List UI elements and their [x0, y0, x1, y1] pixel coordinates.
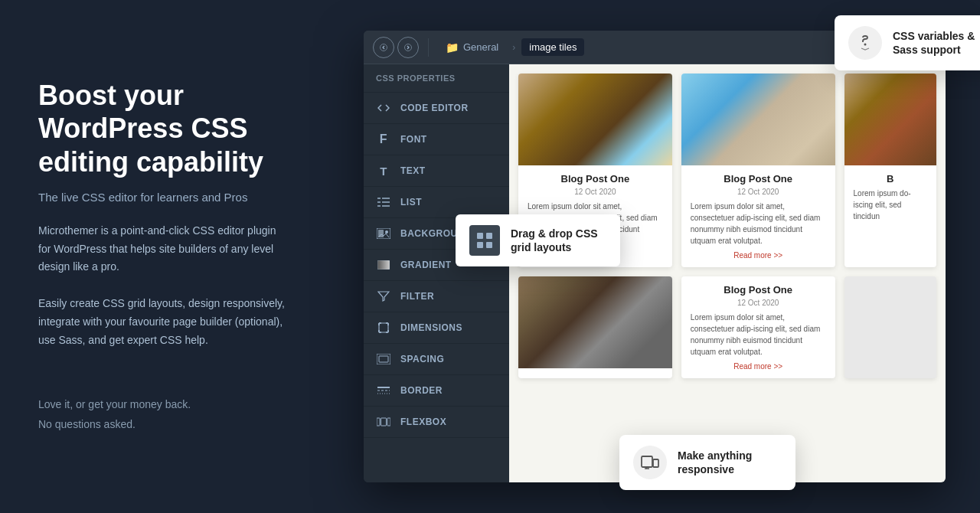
css-menu-filter[interactable]: FILTER: [364, 281, 509, 312]
left-panel: Boost your WordPress CSS editing capabil…: [0, 48, 329, 465]
svg-point-35: [864, 44, 867, 46]
blog-card-2-text: Blog Post One 12 Oct 2020 Lorem ipsum do…: [681, 165, 835, 267]
blog-card-2: Blog Post One 12 Oct 2020 Lorem ipsum do…: [681, 74, 835, 267]
svg-point-1: [405, 44, 412, 51]
drag-drop-label: Drag & drop CSS grid layouts: [511, 227, 606, 254]
blog-card-3-partial: B Lorem ipsum do-iscing elit, sed tincid…: [844, 74, 936, 267]
responsive-label: Make anything responsive: [678, 449, 782, 476]
drag-drop-tooltip: Drag & drop CSS grid layouts: [456, 214, 620, 266]
blog-title-1: Blog Post One: [528, 173, 663, 185]
read-more-2[interactable]: Read more >>: [691, 251, 826, 260]
dimensions-icon: [376, 320, 391, 335]
svg-rect-28: [377, 418, 380, 426]
right-panel: 📁 General › image tiles: [329, 0, 980, 513]
folder-icon: 📁: [446, 41, 459, 54]
css-vars-label: CSS variables & Sass support: [893, 29, 980, 57]
css-sidebar: CSS PROPERTIES CODE EDITOR F FONT: [364, 64, 509, 482]
svg-rect-34: [486, 242, 492, 248]
flexbox-icon: [376, 414, 391, 430]
nav-forward-button[interactable]: [397, 37, 419, 58]
css-menu-text[interactable]: T TEXT: [364, 155, 509, 187]
svg-rect-13: [377, 260, 390, 270]
description2: Easily create CSS grid layouts, design r…: [38, 295, 291, 349]
gradient-icon: [376, 257, 391, 273]
css-menu-border[interactable]: BORDER: [364, 375, 509, 407]
responsive-icon: [633, 446, 667, 479]
css-menu-spacing[interactable]: SPACING: [364, 344, 509, 375]
blog-image-train: [518, 276, 672, 368]
toolbar-separator: [428, 38, 429, 57]
read-more-5[interactable]: Read more >>: [691, 362, 826, 371]
spacing-icon: [376, 351, 391, 367]
blog-excerpt-2: Lorem ipsum dolor sit amet, consectetuer…: [691, 201, 826, 247]
svg-rect-32: [486, 233, 492, 239]
blog-card-5: Blog Post One 12 Oct 2020 Lorem ipsum do…: [681, 276, 835, 378]
description1: Microthemer is a point-and-click CSS edi…: [38, 222, 291, 276]
nav-back-button[interactable]: [373, 37, 394, 58]
svg-rect-31: [477, 233, 483, 239]
blog-excerpt-5: Lorem ipsum dolor sit amet, consectetuer…: [691, 312, 826, 358]
blog-image-architecture: [681, 74, 835, 165]
blog-grid-row2: Blog Post One 12 Oct 2020 Lorem ipsum do…: [509, 276, 946, 387]
responsive-tooltip: Make anything responsive: [619, 435, 795, 490]
svg-rect-24: [379, 356, 388, 362]
blog-date-5: 12 Oct 2020: [691, 299, 826, 307]
blog-title-3: B: [854, 173, 927, 185]
editor-body: CSS PROPERTIES CODE EDITOR F FONT: [364, 64, 946, 482]
css-menu-font[interactable]: F FONT: [364, 124, 509, 155]
svg-rect-29: [381, 418, 387, 426]
css-menu-list[interactable]: LIST: [364, 187, 509, 218]
tab-general[interactable]: 📁 General: [438, 38, 506, 57]
content-area: Blog Post One 12 Oct 2020 Lorem ipsum do…: [509, 64, 946, 482]
breadcrumb-arrow: ›: [512, 42, 515, 53]
css-menu-dimensions[interactable]: DIMENSIONS: [364, 312, 509, 344]
css-properties-header: CSS PROPERTIES: [364, 64, 509, 93]
toolbar-nav: [373, 37, 419, 58]
css-vars-tooltip: CSS variables & Sass support: [835, 15, 980, 70]
svg-rect-14: [379, 323, 388, 332]
blog-title-5: Blog Post One: [691, 284, 826, 296]
subtitle: The live CSS editor for learners and Pro…: [38, 191, 291, 204]
svg-rect-30: [387, 418, 390, 426]
list-icon: [376, 194, 391, 210]
svg-point-12: [385, 230, 388, 234]
blog-card-4: [518, 276, 672, 378]
css-menu-code-editor[interactable]: CODE EDITOR: [364, 93, 509, 124]
drag-drop-icon: [469, 225, 500, 256]
code-icon: [376, 100, 391, 116]
blog-title-2: Blog Post One: [691, 173, 826, 185]
blog-date-2: 12 Oct 2020: [691, 188, 826, 196]
svg-rect-37: [653, 459, 658, 467]
blog-image-canyon: [518, 74, 672, 165]
svg-rect-36: [642, 456, 652, 467]
svg-rect-33: [477, 242, 483, 248]
editor-window: 📁 General › image tiles: [364, 31, 946, 482]
blog-card-6-partial: [844, 276, 936, 378]
main-title: Boost your WordPress CSS editing capabil…: [38, 79, 291, 178]
svg-point-0: [381, 44, 387, 51]
css-vars-icon: [848, 26, 882, 60]
blog-image-partial: [844, 74, 936, 165]
blog-excerpt-3: Lorem ipsum do-iscing elit, sed tincidun: [854, 188, 927, 222]
border-icon: [376, 383, 391, 398]
blog-card-3-text: B Lorem ipsum do-iscing elit, sed tincid…: [844, 165, 936, 234]
blog-card-5-text: Blog Post One 12 Oct 2020 Lorem ipsum do…: [681, 276, 835, 378]
background-icon: [376, 226, 391, 241]
font-icon: F: [376, 132, 391, 147]
money-back: Love it, or get your money back. No ques…: [38, 395, 291, 433]
blog-date-1: 12 Oct 2020: [528, 188, 663, 196]
filter-icon: [376, 289, 391, 304]
tab-image-tiles[interactable]: image tiles: [521, 38, 584, 56]
css-menu-flexbox[interactable]: FLEXBOX: [364, 407, 509, 438]
text-icon: T: [376, 163, 391, 178]
